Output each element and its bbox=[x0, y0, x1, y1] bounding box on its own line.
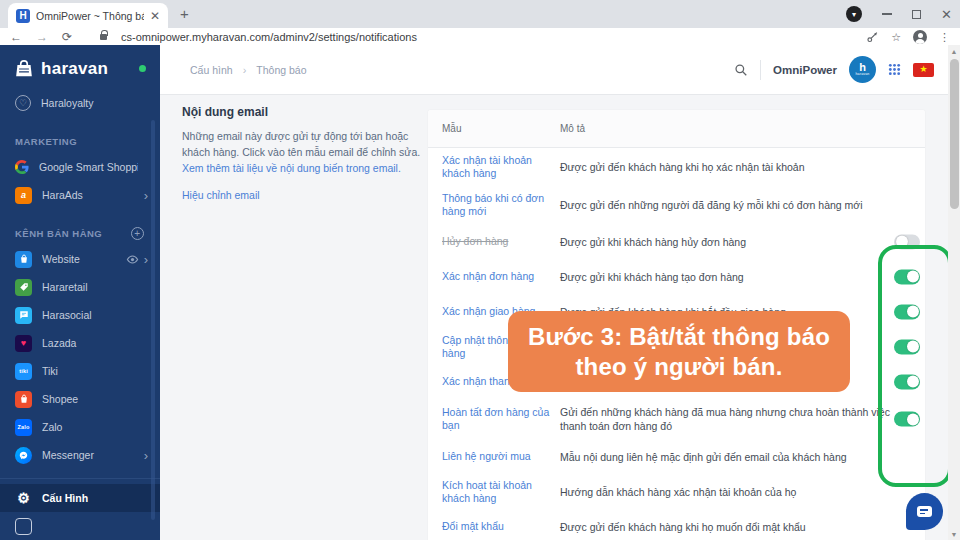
table-header: Mẫu Mô tả bbox=[428, 110, 925, 148]
sidebar-item-label: Tiki bbox=[42, 365, 138, 377]
sidebar-item-haraads[interactable]: aHaraAds› bbox=[0, 181, 160, 209]
chat-widget-button[interactable] bbox=[906, 493, 943, 530]
sidebar-item-label: Harasocial bbox=[42, 309, 138, 321]
refresh-icon[interactable]: ⟳ bbox=[62, 30, 72, 44]
template-name-link[interactable]: Đổi mật khẩu bbox=[442, 520, 504, 532]
page-scrollbar[interactable]: ▲ ▼ bbox=[948, 45, 960, 540]
template-name-link[interactable]: Xác nhận tài khoản khách hàng bbox=[442, 154, 532, 179]
back-icon[interactable]: ← bbox=[10, 30, 22, 44]
admin-header: Cấu hình › Thông báo OmniPower hharavan … bbox=[160, 45, 948, 95]
sidebar-item-messenger[interactable]: Messenger› bbox=[0, 441, 160, 469]
window-minimize-button[interactable] bbox=[882, 13, 892, 15]
sidebar-item-label: Shopee bbox=[42, 393, 138, 405]
chat-bubble-icon bbox=[917, 506, 932, 517]
sidebar-item-harasocial[interactable]: Harasocial bbox=[0, 301, 160, 329]
window-close-button[interactable]: ✕ bbox=[941, 8, 952, 21]
gear-icon: ⚙ bbox=[15, 490, 32, 506]
tab-title: OmniPower ~ Thông báo ~ Hara bbox=[36, 10, 144, 22]
account-avatar[interactable]: hharavan bbox=[849, 56, 876, 83]
website-icon bbox=[15, 251, 32, 268]
search-icon[interactable] bbox=[734, 63, 748, 77]
notification-toggle-on[interactable] bbox=[894, 412, 920, 427]
sidebar-item-shopee[interactable]: Shopee bbox=[0, 385, 160, 413]
notification-toggle-on[interactable] bbox=[894, 304, 920, 319]
notification-toggle-on[interactable] bbox=[894, 269, 920, 284]
sidebar-item-hararetail[interactable]: Hararetail bbox=[0, 273, 160, 301]
forward-icon[interactable]: → bbox=[36, 30, 48, 44]
sidebar: haravan ♡HaraloyaltyMARKETINGGoogle Smar… bbox=[0, 45, 160, 540]
sidebar-item-website[interactable]: Website› bbox=[0, 245, 160, 273]
chevron-right-icon: › bbox=[144, 449, 148, 462]
media-control-icon[interactable]: ▾ bbox=[846, 6, 862, 22]
new-tab-button[interactable]: + bbox=[180, 5, 189, 22]
notification-toggle-on[interactable] bbox=[894, 374, 920, 389]
sidebar-items: ♡HaraloyaltyMARKETINGGoogle Smart Shoppi… bbox=[0, 89, 160, 540]
haravan-favicon: H bbox=[16, 9, 30, 23]
tiki-icon: tiki bbox=[15, 363, 32, 380]
sidebar-item-label: Lazada bbox=[42, 337, 138, 349]
logo-text: haravan bbox=[41, 59, 108, 79]
tab-close-icon[interactable]: ✕ bbox=[150, 9, 160, 23]
table-row: Đổi mật khẩuĐược gửi đến khách hàng khi … bbox=[428, 509, 925, 540]
sidebar-item-cau-hinh[interactable]: ⚙Cấu Hình bbox=[0, 484, 160, 512]
sidebar-scrollbar[interactable] bbox=[151, 120, 155, 520]
panel-description-text: Những email này được gửi tự động tới bạn… bbox=[182, 130, 420, 158]
sidebar-item-label: Hararetail bbox=[42, 281, 138, 293]
template-name-link[interactable]: Liên hệ người mua bbox=[442, 450, 531, 462]
template-name-link[interactable]: Thông báo khi có đơn hàng mới bbox=[442, 192, 544, 217]
apps-grid-icon[interactable] bbox=[888, 63, 901, 76]
url-field[interactable]: cs-omnipower.myharavan.com/adminv2/setti… bbox=[121, 31, 852, 43]
haravan-logo[interactable]: haravan bbox=[0, 45, 160, 89]
chevron-right-icon: › bbox=[144, 189, 148, 202]
sidebar-item-label: Zalo bbox=[42, 421, 138, 433]
sidebar-item-zalo[interactable]: ZaloZalo bbox=[0, 413, 160, 441]
section-label: MARKETING bbox=[15, 136, 77, 147]
table-row: Kích hoạt tài khoản khách hàngHướng dẫn … bbox=[428, 474, 925, 509]
edit-email-link[interactable]: Hiệu chỉnh email bbox=[182, 189, 260, 201]
template-description: Gửi đến những khách hàng đã mua hàng như… bbox=[560, 405, 925, 433]
sidebar-item-item[interactable] bbox=[0, 512, 160, 540]
template-description: Được gửi khi khách hàng hủy đơn hàng bbox=[560, 235, 925, 249]
table-row: Xác nhận tài khoản khách hàngĐược gửi đế… bbox=[428, 148, 925, 186]
key-icon[interactable] bbox=[866, 31, 879, 44]
notification-toggle-on[interactable] bbox=[894, 339, 920, 354]
account-name: OmniPower bbox=[773, 64, 837, 76]
step-callout-text: Bước 3: Bật/tắt thông báo theo ý người b… bbox=[518, 322, 840, 382]
breadcrumb-notifications[interactable]: Thông báo bbox=[256, 64, 306, 76]
browser-menu-icon[interactable]: ⋮ bbox=[939, 31, 950, 44]
docs-link[interactable]: Xem thêm tài liệu về nội dung biến trong… bbox=[182, 162, 401, 174]
notification-toggle-off[interactable] bbox=[894, 234, 920, 249]
scrollbar-thumb[interactable] bbox=[950, 59, 959, 209]
toggle-knob bbox=[907, 341, 919, 353]
scroll-up-icon[interactable]: ▲ bbox=[948, 45, 960, 57]
window-maximize-button[interactable] bbox=[912, 10, 921, 19]
table-row: Xác nhận đơn hàngĐược gửi khi khách hàng… bbox=[428, 259, 925, 294]
template-description: Mẫu nội dung liên hệ mặc định gửi đến em… bbox=[560, 450, 925, 464]
sidebar-item-lazada[interactable]: ♥Lazada bbox=[0, 329, 160, 357]
vietnam-flag-icon[interactable]: ★ bbox=[913, 63, 934, 77]
eye-icon[interactable] bbox=[126, 255, 139, 264]
browser-tab[interactable]: H OmniPower ~ Thông báo ~ Hara ✕ bbox=[8, 3, 168, 28]
template-description: Được gửi đến khách hàng khi họ xác nhận … bbox=[560, 160, 925, 174]
template-description: Được gửi đến những người đã đăng ký mỗi … bbox=[560, 198, 925, 212]
sidebar-item-haraloyalty[interactable]: ♡Haraloyalty bbox=[0, 89, 160, 117]
browser-profile-avatar[interactable] bbox=[913, 30, 927, 44]
haraads-icon: a bbox=[15, 187, 32, 204]
haraloyalty-icon: ♡ bbox=[15, 95, 31, 111]
status-dot bbox=[139, 65, 146, 72]
chevron-right-icon: › bbox=[144, 253, 148, 266]
table-row: Hủy đơn hàngĐược gửi khi khách hàng hủy … bbox=[428, 224, 925, 259]
bookmark-star-icon[interactable]: ☆ bbox=[891, 31, 901, 44]
add-channel-icon[interactable]: + bbox=[131, 227, 144, 240]
template-name-link[interactable]: Hoàn tất đơn hàng của bạn bbox=[442, 406, 549, 431]
zalo-icon: Zalo bbox=[15, 419, 32, 436]
sidebar-item-google-smart-shopping[interactable]: Google Smart Shopping bbox=[0, 153, 160, 181]
browser-titlebar: H OmniPower ~ Thông báo ~ Hara ✕ + ▾ ✕ bbox=[0, 0, 960, 28]
panel-title: Nội dung email bbox=[182, 105, 424, 119]
template-name-link[interactable]: Xác nhận đơn hàng bbox=[442, 270, 534, 282]
email-content-panel: Nội dung email Những email này được gửi … bbox=[182, 105, 424, 203]
sidebar-item-tiki[interactable]: tikiTiki bbox=[0, 357, 160, 385]
scroll-down-icon[interactable]: ▼ bbox=[948, 528, 960, 540]
template-name-link[interactable]: Kích hoạt tài khoản khách hàng bbox=[442, 479, 532, 504]
breadcrumb-settings[interactable]: Cấu hình bbox=[190, 64, 233, 76]
